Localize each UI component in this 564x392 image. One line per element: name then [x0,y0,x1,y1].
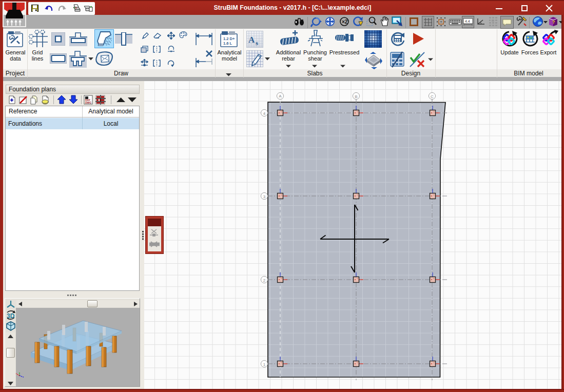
svg-text:4.4: 4.4 [465,19,470,23]
svg-text:DWG: DWG [85,101,91,104]
svg-text:×2: ×2 [342,19,348,25]
svg-text:?: ? [552,19,555,25]
svg-text:1.2 D+: 1.2 D+ [223,36,235,41]
svg-text:1.6 L: 1.6 L [223,41,232,46]
svg-text:A: A [248,35,255,45]
svg-text:s: s [256,39,258,47]
